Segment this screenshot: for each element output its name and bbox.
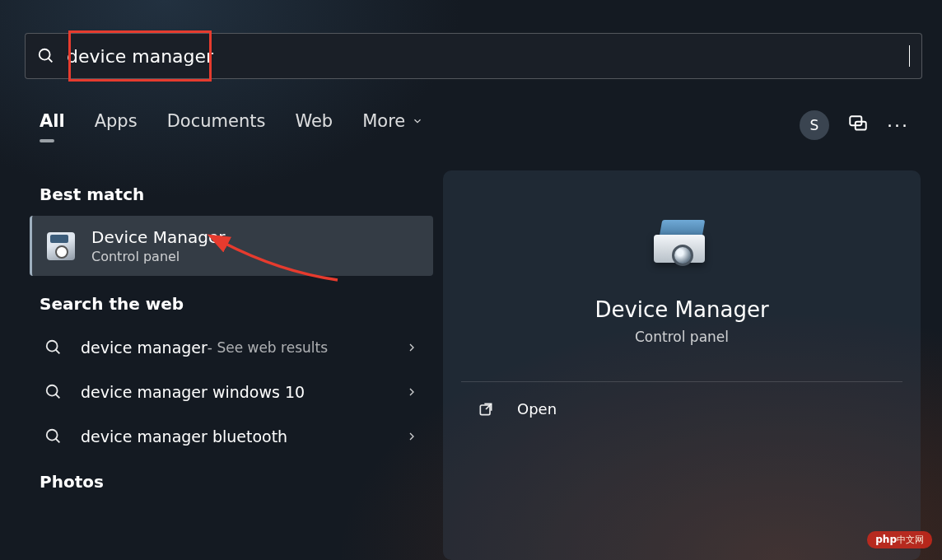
web-result-item[interactable]: device manager windows 10 [30,370,433,414]
tab-all[interactable]: All [40,111,65,139]
tab-documents[interactable]: Documents [167,111,266,139]
svg-point-4 [47,341,58,352]
chevron-down-icon [412,111,423,131]
svg-line-7 [56,394,60,399]
watermark: php中文网 [867,531,932,548]
tab-web[interactable]: Web [295,111,333,139]
svg-line-9 [56,439,60,443]
device-manager-icon [47,232,75,260]
search-bar[interactable] [25,33,922,79]
best-match-result[interactable]: Device Manager Control panel [30,216,433,276]
open-icon [478,401,494,418]
header-actions: S ··· [800,110,909,140]
tab-apps[interactable]: Apps [95,111,138,139]
text-caret [909,45,910,67]
search-icon [44,338,63,357]
detail-panel: Device Manager Control panel Open [443,170,921,560]
device-manager-large-icon [647,220,716,274]
search-input[interactable] [67,46,911,67]
web-result-label: device manager [81,338,208,357]
search-filter-tabs: All Apps Documents Web More S ··· [40,110,909,140]
best-match-heading: Best match [40,184,433,204]
photos-heading: Photos [40,472,433,492]
web-result-label: device manager bluetooth [81,427,287,446]
open-label: Open [517,400,557,418]
more-options-button[interactable]: ··· [887,115,909,136]
detail-title: Device Manager [595,297,768,322]
search-web-heading: Search the web [40,294,433,314]
search-icon [44,383,63,401]
web-result-item[interactable]: device manager - See web results [30,325,433,370]
web-result-item[interactable]: device manager bluetooth [30,414,433,459]
search-icon [37,47,55,65]
svg-point-0 [40,49,50,60]
chevron-right-icon [405,430,418,443]
svg-point-8 [47,430,58,441]
open-action[interactable]: Open [443,382,921,436]
chevron-right-icon [405,341,418,354]
chat-icon[interactable] [847,113,869,138]
chevron-right-icon [405,385,418,399]
svg-line-1 [49,58,53,63]
best-match-subtitle: Control panel [91,249,225,264]
svg-line-5 [56,350,60,354]
svg-point-6 [47,385,58,396]
web-result-hint: - See web results [208,339,328,356]
detail-subtitle: Control panel [635,329,729,345]
best-match-title: Device Manager [91,227,225,247]
tab-more[interactable]: More [362,111,423,139]
user-avatar[interactable]: S [800,110,829,140]
web-result-label: device manager windows 10 [81,383,305,401]
search-icon [44,427,63,446]
